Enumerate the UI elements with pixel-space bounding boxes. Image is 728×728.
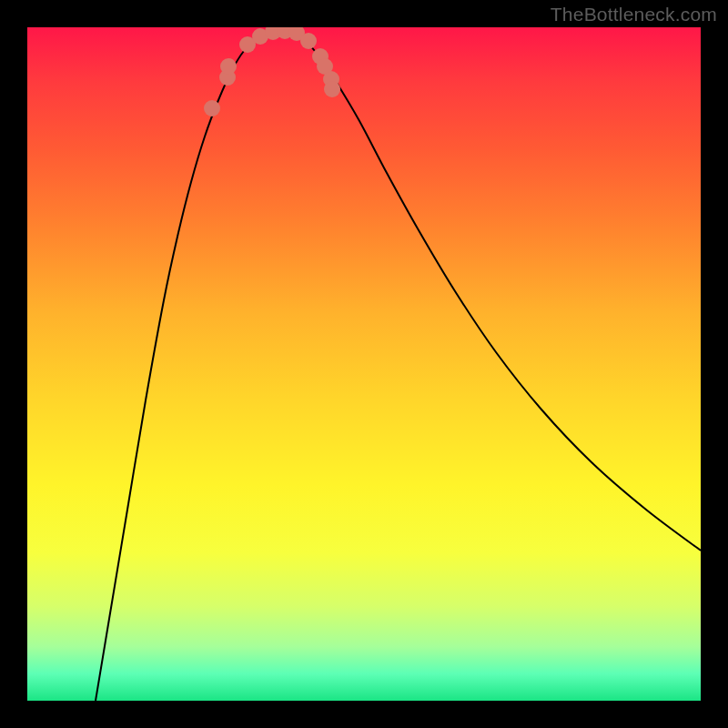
data-marker	[300, 33, 317, 49]
curve-right-curve	[282, 29, 701, 551]
data-marker	[204, 100, 220, 116]
curve-left-curve	[96, 29, 282, 701]
plot-area	[27, 27, 701, 701]
data-marker	[324, 81, 340, 97]
watermark-text: TheBottleneck.com	[551, 4, 717, 25]
curve-svg	[27, 27, 701, 701]
chart-frame: TheBottleneck.com	[0, 0, 728, 728]
data-marker	[220, 58, 237, 75]
